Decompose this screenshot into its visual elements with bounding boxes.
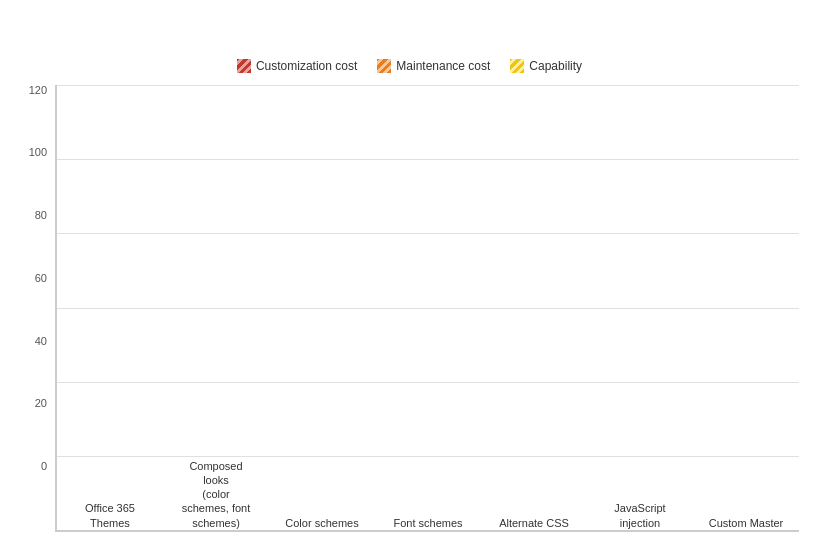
legend-item-customization: Customization cost [237,59,357,73]
x-label-6: Custom Master [707,516,786,530]
bar-group-0: Office 365Themes [57,495,163,530]
x-label-0: Office 365Themes [83,501,137,530]
y-axis-label: 80 [35,210,47,221]
chart-container: Customization costMaintenance costCapabi… [0,0,819,542]
legend-swatch-maintenance [377,59,391,73]
legend-label-maintenance: Maintenance cost [396,59,490,73]
chart-area: 120100806040200 Office 365ThemesComposed… [20,85,799,532]
bar-group-6: Custom Master [693,510,799,530]
x-label-4: Alternate CSS [497,516,571,530]
legend-label-capability: Capability [529,59,582,73]
y-axis-label: 60 [35,273,47,284]
x-label-3: Font schemes [391,516,464,530]
y-axis-label: 100 [29,147,47,158]
legend-item-capability: Capability [510,59,582,73]
y-axis-label: 0 [41,461,47,472]
legend-swatch-customization [237,59,251,73]
bar-group-2: Color schemes [269,510,375,530]
bar-group-3: Font schemes [375,510,481,530]
legend-item-maintenance: Maintenance cost [377,59,490,73]
bar-group-4: Alternate CSS [481,510,587,530]
bar-group-1: Composedlooks(colorschemes, fontschemes) [163,453,269,530]
x-label-5: JavaScriptinjection [612,501,667,530]
chart-legend: Customization costMaintenance costCapabi… [237,59,582,73]
x-label-1: Composedlooks(colorschemes, fontschemes) [180,459,252,530]
y-axis-label: 120 [29,85,47,96]
y-axis-label: 20 [35,398,47,409]
bars-area: Office 365ThemesComposedlooks(colorschem… [55,85,799,532]
chart-body: Office 365ThemesComposedlooks(colorschem… [55,85,799,532]
x-label-2: Color schemes [283,516,360,530]
legend-swatch-capability [510,59,524,73]
legend-label-customization: Customization cost [256,59,357,73]
y-axis-label: 40 [35,336,47,347]
bar-group-5: JavaScriptinjection [587,495,693,530]
y-axis: 120100806040200 [20,85,55,532]
